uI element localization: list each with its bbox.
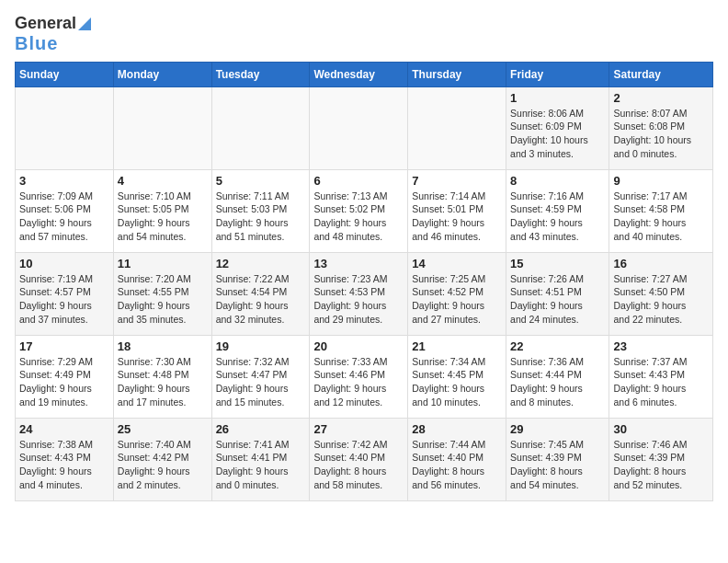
calendar-table: SundayMondayTuesdayWednesdayThursdayFrid… [15,62,713,501]
day-info: Sunrise: 7:37 AM Sunset: 4:43 PM Dayligh… [613,355,709,409]
day-number: 26 [216,422,306,436]
calendar-cell: 26Sunrise: 7:41 AM Sunset: 4:41 PM Dayli… [211,418,310,500]
day-info: Sunrise: 7:13 AM Sunset: 5:02 PM Dayligh… [313,190,404,244]
day-number: 19 [216,339,306,353]
day-info: Sunrise: 7:42 AM Sunset: 4:40 PM Dayligh… [313,438,404,492]
calendar-cell: 17Sunrise: 7:29 AM Sunset: 4:49 PM Dayli… [16,335,114,418]
calendar-cell: 13Sunrise: 7:23 AM Sunset: 4:53 PM Dayli… [310,252,408,335]
week-row-5: 24Sunrise: 7:38 AM Sunset: 4:43 PM Dayli… [16,418,713,500]
page-header: General Blue [15,15,713,54]
day-number: 9 [613,174,709,188]
day-number: 20 [313,339,404,353]
day-number: 12 [216,257,306,270]
day-info: Sunrise: 7:36 AM Sunset: 4:44 PM Dayligh… [510,355,605,409]
calendar-cell: 12Sunrise: 7:22 AM Sunset: 4:54 PM Dayli… [211,252,310,335]
day-number: 23 [613,339,709,353]
day-info: Sunrise: 7:30 AM Sunset: 4:48 PM Dayligh… [118,355,208,409]
day-number: 15 [510,257,605,270]
calendar-cell: 15Sunrise: 7:26 AM Sunset: 4:51 PM Dayli… [506,252,609,335]
calendar-header-row: SundayMondayTuesdayWednesdayThursdayFrid… [16,62,713,86]
calendar-cell [16,86,114,169]
week-row-4: 17Sunrise: 7:29 AM Sunset: 4:49 PM Dayli… [16,335,713,418]
day-number: 27 [313,422,404,436]
calendar-cell [113,86,211,169]
day-info: Sunrise: 7:20 AM Sunset: 4:55 PM Dayligh… [118,272,208,327]
day-info: Sunrise: 7:32 AM Sunset: 4:47 PM Dayligh… [216,355,306,409]
day-number: 16 [613,257,709,270]
calendar-cell [211,86,310,169]
header-tuesday: Tuesday [211,62,310,86]
day-info: Sunrise: 7:25 AM Sunset: 4:52 PM Dayligh… [412,272,502,327]
calendar-cell: 19Sunrise: 7:32 AM Sunset: 4:47 PM Dayli… [211,335,310,418]
calendar-cell: 24Sunrise: 7:38 AM Sunset: 4:43 PM Dayli… [16,418,114,500]
header-saturday: Saturday [609,62,713,86]
day-info: Sunrise: 7:27 AM Sunset: 4:50 PM Dayligh… [613,272,709,327]
day-info: Sunrise: 8:07 AM Sunset: 6:08 PM Dayligh… [613,107,709,161]
day-number: 30 [613,422,709,436]
day-number: 5 [216,174,306,188]
logo: General Blue [15,15,91,54]
day-info: Sunrise: 7:22 AM Sunset: 4:54 PM Dayligh… [216,272,306,327]
day-info: Sunrise: 7:38 AM Sunset: 4:43 PM Dayligh… [19,438,109,492]
calendar-cell: 10Sunrise: 7:19 AM Sunset: 4:57 PM Dayli… [16,252,114,335]
calendar-cell: 25Sunrise: 7:40 AM Sunset: 4:42 PM Dayli… [113,418,211,500]
calendar-cell: 4Sunrise: 7:10 AM Sunset: 5:05 PM Daylig… [113,169,211,252]
day-info: Sunrise: 7:17 AM Sunset: 4:58 PM Dayligh… [613,190,709,244]
day-number: 3 [19,174,109,188]
calendar-cell: 11Sunrise: 7:20 AM Sunset: 4:55 PM Dayli… [113,252,211,335]
day-info: Sunrise: 8:06 AM Sunset: 6:09 PM Dayligh… [510,107,605,161]
day-info: Sunrise: 7:10 AM Sunset: 5:05 PM Dayligh… [118,190,208,244]
day-info: Sunrise: 7:23 AM Sunset: 4:53 PM Dayligh… [313,272,404,327]
day-info: Sunrise: 7:41 AM Sunset: 4:41 PM Dayligh… [216,438,306,492]
day-number: 24 [19,422,109,436]
day-number: 6 [313,174,404,188]
logo-text: General [15,15,91,33]
day-info: Sunrise: 7:40 AM Sunset: 4:42 PM Dayligh… [118,438,208,492]
week-row-1: 1Sunrise: 8:06 AM Sunset: 6:09 PM Daylig… [16,86,713,169]
calendar-cell: 29Sunrise: 7:45 AM Sunset: 4:39 PM Dayli… [506,418,609,500]
day-number: 14 [412,257,502,270]
calendar-cell: 28Sunrise: 7:44 AM Sunset: 4:40 PM Dayli… [408,418,506,500]
calendar-cell: 30Sunrise: 7:46 AM Sunset: 4:39 PM Dayli… [609,418,713,500]
header-wednesday: Wednesday [310,62,408,86]
day-info: Sunrise: 7:16 AM Sunset: 4:59 PM Dayligh… [510,190,605,244]
calendar-cell: 2Sunrise: 8:07 AM Sunset: 6:08 PM Daylig… [609,86,713,169]
day-number: 25 [118,422,208,436]
calendar-cell: 22Sunrise: 7:36 AM Sunset: 4:44 PM Dayli… [506,335,609,418]
day-info: Sunrise: 7:46 AM Sunset: 4:39 PM Dayligh… [613,438,709,492]
header-monday: Monday [113,62,211,86]
day-info: Sunrise: 7:19 AM Sunset: 4:57 PM Dayligh… [19,272,109,327]
day-number: 11 [118,257,208,270]
calendar-cell [408,86,506,169]
day-info: Sunrise: 7:29 AM Sunset: 4:49 PM Dayligh… [19,355,109,409]
day-number: 7 [412,174,502,188]
day-number: 18 [118,339,208,353]
week-row-2: 3Sunrise: 7:09 AM Sunset: 5:06 PM Daylig… [16,169,713,252]
day-info: Sunrise: 7:26 AM Sunset: 4:51 PM Dayligh… [510,272,605,327]
day-info: Sunrise: 7:34 AM Sunset: 4:45 PM Dayligh… [412,355,502,409]
header-thursday: Thursday [408,62,506,86]
calendar-cell: 21Sunrise: 7:34 AM Sunset: 4:45 PM Dayli… [408,335,506,418]
calendar-cell: 7Sunrise: 7:14 AM Sunset: 5:01 PM Daylig… [408,169,506,252]
day-number: 10 [19,257,109,270]
day-info: Sunrise: 7:09 AM Sunset: 5:06 PM Dayligh… [19,190,109,244]
calendar-cell: 14Sunrise: 7:25 AM Sunset: 4:52 PM Dayli… [408,252,506,335]
calendar-cell: 1Sunrise: 8:06 AM Sunset: 6:09 PM Daylig… [506,86,609,169]
calendar-cell: 9Sunrise: 7:17 AM Sunset: 4:58 PM Daylig… [609,169,713,252]
logo-blue: Blue [15,33,58,54]
day-info: Sunrise: 7:11 AM Sunset: 5:03 PM Dayligh… [216,190,306,244]
day-info: Sunrise: 7:14 AM Sunset: 5:01 PM Dayligh… [412,190,502,244]
day-info: Sunrise: 7:45 AM Sunset: 4:39 PM Dayligh… [510,438,605,492]
calendar-cell: 6Sunrise: 7:13 AM Sunset: 5:02 PM Daylig… [310,169,408,252]
day-number: 28 [412,422,502,436]
day-number: 22 [510,339,605,353]
day-info: Sunrise: 7:44 AM Sunset: 4:40 PM Dayligh… [412,438,502,492]
day-number: 4 [118,174,208,188]
day-number: 21 [412,339,502,353]
calendar-cell: 16Sunrise: 7:27 AM Sunset: 4:50 PM Dayli… [609,252,713,335]
calendar-cell: 20Sunrise: 7:33 AM Sunset: 4:46 PM Dayli… [310,335,408,418]
day-number: 1 [510,91,605,105]
week-row-3: 10Sunrise: 7:19 AM Sunset: 4:57 PM Dayli… [16,252,713,335]
calendar-cell: 3Sunrise: 7:09 AM Sunset: 5:06 PM Daylig… [16,169,114,252]
calendar-cell: 5Sunrise: 7:11 AM Sunset: 5:03 PM Daylig… [211,169,310,252]
